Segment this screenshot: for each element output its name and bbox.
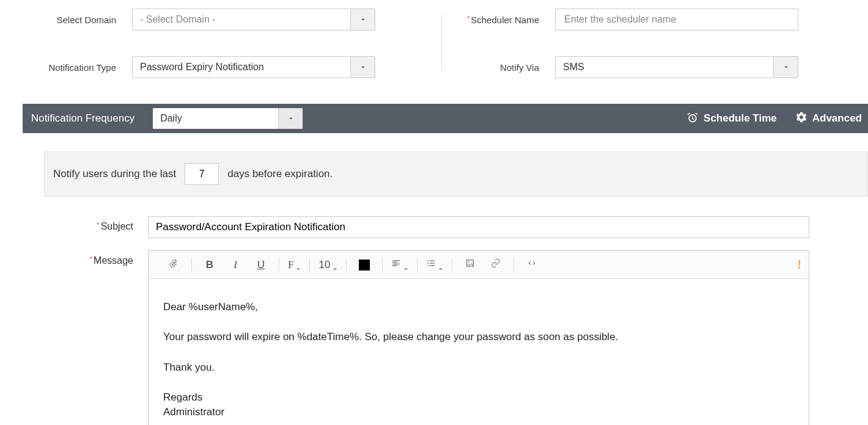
paperclip-icon [169, 258, 178, 271]
svg-point-6 [468, 261, 469, 263]
color-swatch-icon [359, 260, 370, 271]
code-view-button[interactable] [523, 256, 541, 274]
font-color-button[interactable] [355, 256, 373, 274]
advanced-button[interactable]: Advanced [795, 111, 862, 126]
align-dropdown[interactable] [391, 258, 408, 271]
alarm-clock-icon [686, 111, 699, 126]
subject-input[interactable] [148, 216, 809, 238]
message-label: *Message [44, 250, 148, 266]
notification-frequency-bar: Notification Frequency Daily Schedule Ti… [23, 104, 868, 133]
svg-rect-5 [430, 265, 435, 266]
notification-type-dropdown[interactable]: Password Expiry Notification [132, 56, 375, 78]
notify-via-value: SMS [556, 62, 773, 73]
list-dropdown[interactable] [426, 258, 443, 271]
notification-frequency-value: Daily [153, 113, 278, 124]
chevron-down-icon [350, 57, 375, 78]
editor-warning-icon[interactable]: ! [797, 258, 801, 272]
font-size-dropdown[interactable]: 10 [318, 259, 337, 271]
font-family-dropdown[interactable]: F [288, 259, 301, 271]
scheduler-name-label: *Scheduler Name [446, 15, 555, 25]
gear-icon [795, 111, 807, 126]
link-icon [491, 258, 501, 271]
select-domain-dropdown[interactable]: - Select Domain - [132, 9, 375, 31]
caret-down-icon [403, 263, 408, 267]
scheduler-name-input[interactable] [555, 9, 798, 31]
chevron-down-icon [278, 108, 303, 129]
editor-toolbar: B I U F 10 [149, 251, 809, 279]
notify-via-label: Notify Via [446, 62, 555, 73]
chevron-down-icon [350, 9, 375, 30]
insert-link-button[interactable] [487, 256, 505, 274]
select-domain-label: Select Domain [23, 15, 132, 25]
subject-label: *Subject [44, 216, 148, 232]
notify-via-dropdown[interactable]: SMS [555, 56, 798, 78]
align-left-icon [391, 258, 401, 271]
notification-type-value: Password Expiry Notification [133, 62, 350, 73]
notify-days-box: Notify users during the last days before… [44, 151, 868, 197]
svg-point-4 [428, 265, 429, 266]
chevron-down-icon [773, 57, 798, 78]
notify-days-prefix: Notify users during the last [53, 168, 176, 180]
caret-down-icon [438, 263, 443, 267]
message-body-input[interactable]: Dear %userName%, Your password will expi… [149, 279, 809, 425]
advanced-label: Advanced [812, 112, 862, 125]
notification-type-label: Notification Type [23, 62, 132, 73]
notify-days-input[interactable] [185, 163, 219, 185]
insert-image-button[interactable] [461, 256, 479, 274]
code-icon [527, 258, 537, 271]
notify-days-suffix: days before expiration. [227, 168, 333, 180]
schedule-time-label: Schedule Time [704, 112, 777, 125]
svg-point-0 [428, 260, 429, 261]
svg-rect-3 [430, 263, 435, 263]
attachment-button[interactable] [164, 256, 183, 274]
bold-button[interactable]: B [200, 256, 219, 274]
message-editor: B I U F 10 [148, 250, 809, 425]
svg-rect-1 [430, 260, 435, 261]
caret-down-icon [333, 263, 337, 267]
schedule-time-button[interactable]: Schedule Time [686, 111, 777, 126]
caret-down-icon [296, 263, 301, 267]
italic-button[interactable]: I [226, 256, 245, 274]
list-icon [426, 258, 436, 271]
image-icon [465, 258, 475, 271]
underline-button[interactable]: U [252, 256, 270, 274]
svg-point-2 [428, 263, 429, 264]
font-size-value: 10 [318, 259, 330, 271]
notification-frequency-label: Notification Frequency [31, 112, 134, 125]
notification-frequency-dropdown[interactable]: Daily [153, 108, 303, 129]
vertical-divider [441, 15, 442, 71]
select-domain-value: - Select Domain - [133, 14, 350, 25]
